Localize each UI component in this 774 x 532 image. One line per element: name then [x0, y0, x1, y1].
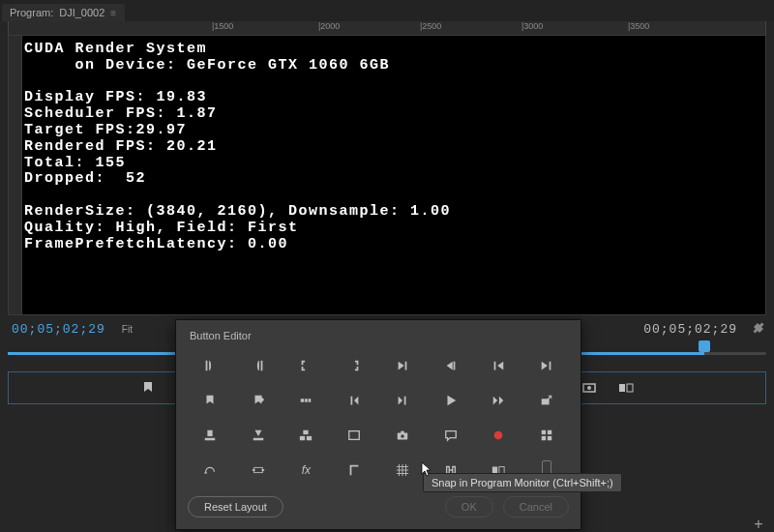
add-marker-icon[interactable] [186, 386, 234, 415]
ok-button[interactable]: OK [445, 496, 493, 517]
svg-rect-9 [307, 436, 312, 440]
export-clip-icon[interactable] [522, 386, 571, 415]
svg-rect-19 [548, 436, 551, 440]
add-marker-icon[interactable] [139, 379, 157, 397]
ruler-tool-icon[interactable] [330, 456, 378, 485]
svg-rect-6 [309, 399, 312, 402]
ruler-tick: |2500 [420, 21, 441, 31]
debug-line: on Device: GeForce GTX 1060 6GB [24, 57, 390, 74]
svg-rect-2 [619, 384, 625, 392]
horizontal-ruler: |1500 |2000 |2500 |3000 |3500 [8, 21, 766, 35]
reset-layout-button[interactable]: Reset Layout [188, 496, 283, 517]
debug-line: Rendered FPS: 20.21 [24, 138, 218, 155]
loop-icon[interactable] [186, 456, 234, 485]
monitor-footer: 00;05;02;29 Fit 00;05;02;29 | [8, 317, 766, 532]
current-timecode[interactable]: 00;05;02;29 [12, 322, 105, 337]
svg-rect-21 [253, 469, 255, 471]
svg-rect-4 [301, 399, 305, 402]
svg-rect-7 [542, 399, 550, 404]
svg-rect-8 [300, 436, 305, 440]
go-prev-marker-icon[interactable] [475, 351, 523, 380]
go-to-in-icon[interactable] [378, 351, 427, 380]
playhead-to-marker-icon[interactable] [234, 386, 283, 415]
button-editor-modal: Button Editor [175, 319, 581, 530]
debug-line: Target FPS:29.97 [24, 122, 187, 138]
ruler-tick: |3500 [628, 21, 649, 31]
debug-line: RenderSize: (3840, 2160), Downsample: 1.… [24, 203, 451, 220]
button-editor-open[interactable]: + [749, 515, 768, 532]
svg-rect-13 [401, 431, 404, 434]
svg-point-1 [587, 386, 591, 390]
clear-in-icon[interactable] [283, 351, 331, 380]
camera-icon[interactable] [378, 421, 427, 450]
svg-point-14 [401, 434, 404, 438]
tab-title: DJI_0002 [59, 7, 104, 18]
svg-point-15 [494, 431, 503, 440]
go-next-marker-icon[interactable] [522, 351, 571, 380]
debug-line: Quality: High, Field: First [24, 220, 299, 236]
svg-rect-10 [304, 430, 309, 434]
fx-icon[interactable]: fx [283, 456, 331, 485]
link-icon[interactable] [283, 421, 331, 450]
svg-rect-22 [261, 469, 264, 471]
ruler-tick: |3000 [521, 21, 543, 31]
safe-margins-icon[interactable] [330, 421, 378, 450]
go-to-out-icon[interactable] [427, 351, 475, 380]
multicam-icon[interactable] [522, 421, 571, 450]
duration-timecode: 00;05;02;29 [643, 322, 737, 337]
modal-title: Button Editor [176, 320, 580, 347]
cancel-button[interactable]: Cancel [503, 496, 569, 517]
program-tab[interactable]: Program: DJI_0002 ≡ [2, 4, 125, 21]
tooltip: Snap in Program Monitor (Ctrl+Shift+;) [423, 473, 622, 492]
svg-rect-5 [306, 399, 309, 402]
debug-line: CUDA Render System [24, 41, 207, 57]
play-icon[interactable] [427, 386, 475, 415]
play-around-icon[interactable] [475, 386, 523, 415]
insert-icon[interactable] [186, 421, 234, 450]
tab-prefix: Program: [10, 7, 53, 18]
mark-out-icon[interactable] [234, 351, 283, 380]
ruler-tick: |1500 [212, 21, 233, 31]
proxy-icon[interactable] [234, 456, 283, 485]
debug-line: Scheduler FPS: 1.87 [24, 105, 218, 122]
debug-line: Dropped: 52 [24, 170, 146, 187]
vertical-ruler [9, 36, 22, 314]
step-back-icon[interactable] [330, 386, 378, 415]
video-monitor[interactable]: CUDA Render System on Device: GeForce GT… [22, 36, 765, 314]
step-fwd2-icon[interactable] [378, 386, 427, 415]
monitor-area: CUDA Render System on Device: GeForce GT… [8, 35, 766, 315]
clear-out-icon[interactable] [330, 351, 378, 380]
debug-line: Display FPS: 19.83 [24, 89, 207, 105]
svg-rect-16 [542, 430, 546, 434]
debug-line: Total: 155 [24, 155, 126, 171]
svg-rect-20 [253, 467, 262, 472]
zoom-fit-dropdown[interactable]: Fit [115, 321, 139, 338]
record-icon[interactable] [475, 421, 523, 450]
program-monitor-panel: Program: DJI_0002 ≡ |1500 |2000 |2500 |3… [0, 0, 774, 532]
overwrite-icon[interactable] [234, 421, 283, 450]
comparison-icon[interactable] [617, 379, 635, 397]
svg-rect-3 [627, 384, 633, 392]
grid-icon[interactable] [378, 456, 427, 485]
svg-rect-17 [548, 430, 551, 434]
modal-button-row: Reset Layout OK Cancel [176, 494, 580, 517]
debug-line: FramePrefetchLatency: 0.00 [24, 236, 288, 252]
prev-edit-icon[interactable] [283, 386, 331, 415]
svg-rect-11 [349, 431, 360, 440]
comment-icon[interactable] [427, 421, 475, 450]
playhead[interactable] [699, 340, 710, 352]
mark-in-icon[interactable] [186, 351, 234, 380]
ruler-tick: |2000 [318, 21, 340, 31]
tab-bar: Program: DJI_0002 ≡ [0, 0, 774, 21]
settings-icon[interactable] [751, 320, 766, 339]
panel-menu-icon[interactable]: ≡ [110, 8, 117, 18]
svg-rect-18 [542, 436, 546, 440]
export-frame-icon[interactable] [580, 379, 598, 397]
